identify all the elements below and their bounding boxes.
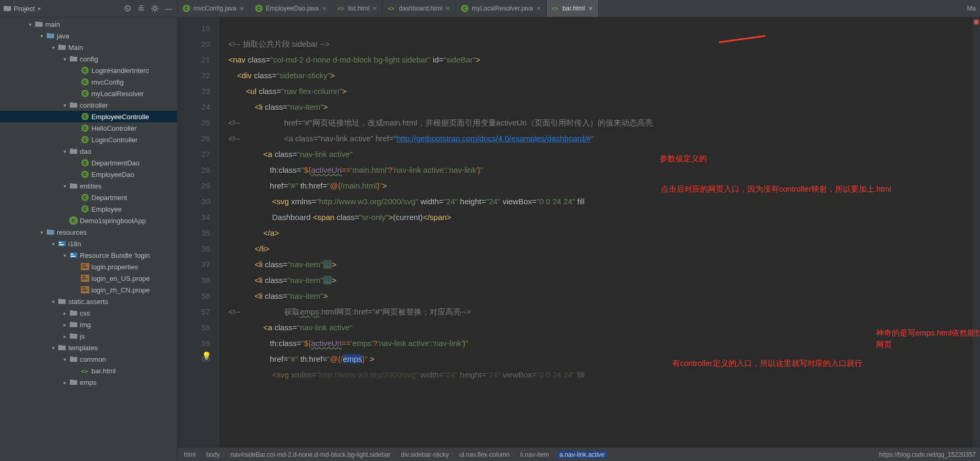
error-marker-icon[interactable] (974, 19, 979, 25)
tree-item[interactable]: ▾main (0, 18, 177, 30)
tree-item[interactable]: CEmployee (0, 203, 177, 215)
breadcrumb-item[interactable]: div.sidebar-sticky (399, 451, 451, 458)
tree-arrow-icon[interactable]: ▾ (27, 22, 33, 27)
hide-button[interactable]: — (163, 3, 174, 14)
tree-item[interactable]: CmvcConfig (0, 76, 177, 88)
tree-arrow-icon[interactable]: ▸ (62, 322, 67, 328)
close-icon[interactable]: ✕ (239, 5, 244, 12)
tree-item[interactable]: ▾entities (0, 180, 177, 192)
tree-item[interactable]: ▸css (0, 307, 177, 319)
tree-arrow-icon[interactable]: ▾ (50, 345, 56, 351)
tree-arrow-icon[interactable]: ▾ (62, 183, 67, 189)
breadcrumb-item[interactable]: body (204, 451, 222, 458)
tree-item[interactable]: CDepartment (0, 192, 177, 203)
tree-item[interactable]: <>bar.html (0, 365, 177, 376)
tree-arrow-icon[interactable]: ▾ (62, 102, 67, 108)
tree-item-label: bar.html (91, 367, 177, 375)
tree-item[interactable]: ▾Resource Bundle 'login (0, 249, 177, 261)
breadcrumb-item[interactable]: a.nav-link.active (557, 451, 607, 458)
svg-rect-5 (59, 244, 64, 245)
tree-item[interactable]: CEmployeeControlle (0, 111, 177, 122)
tree-item[interactable]: CHelloController (0, 122, 177, 134)
tree-item[interactable]: ▾java (0, 30, 177, 41)
tree-arrow-icon[interactable]: ▾ (62, 149, 67, 154)
tree-item[interactable]: ▾resources (0, 226, 177, 238)
close-icon[interactable]: ✕ (372, 5, 377, 12)
tree-item-label: EmployeeControlle (91, 113, 177, 121)
chevron-right-icon: 〉 (222, 450, 228, 459)
tabs-right-label: Ma (963, 0, 980, 17)
tree-arrow-icon[interactable]: ▾ (50, 299, 56, 305)
editor-tab[interactable]: CmvcConfig.java✕ (178, 0, 250, 17)
tab-label: EmployeeDao.java (266, 5, 319, 12)
tree-item[interactable]: ▾dao (0, 145, 177, 157)
svg-rect-8 (71, 256, 75, 257)
tree-item[interactable]: login_en_US.prope (0, 273, 177, 284)
tree-item[interactable]: login_zh_CN.prope (0, 284, 177, 296)
tree-item[interactable]: ▸js (0, 330, 177, 342)
tree-arrow-icon[interactable]: ▸ (62, 310, 67, 316)
tree-arrow-icon[interactable]: ▾ (50, 45, 56, 50)
error-stripe[interactable] (973, 17, 980, 447)
tree-item[interactable]: login.properties (0, 261, 177, 273)
footer-url: https://blog.csdn.net/qq_15220357 (879, 451, 976, 458)
intention-bulb-icon[interactable]: 💡 (202, 351, 212, 361)
tree-item-label: dao (80, 148, 177, 155)
tree-item[interactable]: ▾i18n (0, 238, 177, 249)
tree-arrow-icon[interactable]: ▸ (62, 333, 67, 339)
tree-item[interactable]: CLoginHandlerInterc (0, 65, 177, 76)
tree-arrow-icon[interactable]: ▾ (62, 253, 67, 258)
close-icon[interactable]: ✕ (536, 5, 541, 12)
tree-item[interactable]: ▾Main (0, 41, 177, 53)
settings-button[interactable] (150, 3, 160, 14)
tree-arrow-icon[interactable]: ▾ (39, 229, 44, 235)
tree-item[interactable]: ▾controller (0, 99, 177, 111)
tree-item[interactable]: ▸img (0, 319, 177, 330)
svg-text:<>: <> (388, 6, 394, 12)
close-icon[interactable]: ✕ (445, 5, 450, 12)
class-icon: C (183, 5, 190, 12)
tree-item[interactable]: CDemo1springbootApp (0, 215, 177, 226)
tree-arrow-icon[interactable]: ▾ (50, 241, 56, 247)
svg-text:<>: <> (552, 6, 558, 12)
tree-item[interactable]: CmyLocalResolver (0, 88, 177, 99)
close-icon[interactable]: ✕ (322, 5, 327, 12)
breadcrumb-item[interactable]: ul.nav.flex-column (457, 451, 512, 458)
code-content[interactable]: <!-- 抽取公共片段 sidebar --> <nav class="col-… (220, 17, 980, 447)
tree-item[interactable]: ▾config (0, 53, 177, 65)
editor-tab[interactable]: CEmployeeDao.java✕ (250, 0, 332, 17)
svg-point-1 (127, 8, 129, 9)
class-icon: C (461, 5, 468, 12)
editor-tab[interactable]: <>dashboard.html✕ (383, 0, 456, 17)
editor-tab[interactable]: <>bar.html✕ (547, 0, 599, 17)
breadcrumb-bar: html 〉body 〉nav#sideBar.col-md-2.d-none.… (178, 447, 980, 461)
html-icon: <> (81, 367, 89, 374)
tree-arrow-icon[interactable]: ▾ (62, 357, 67, 362)
breadcrumb-item[interactable]: li.nav-item (518, 451, 551, 458)
tree-arrow-icon[interactable]: ▸ (62, 380, 67, 385)
breadcrumb-item[interactable]: html (182, 451, 198, 458)
tree-arrow-icon[interactable]: ▾ (39, 33, 44, 39)
breadcrumb-item[interactable]: nav#sideBar.col-md-2.d-none.d-md-block.b… (228, 451, 393, 458)
expand-all-button[interactable] (136, 3, 147, 14)
project-panel-title[interactable]: Project ▾ (3, 4, 40, 13)
tree-item[interactable]: ▸emps (0, 376, 177, 388)
tree-item[interactable]: CLoginController (0, 134, 177, 145)
tree-item[interactable]: CDepartmentDao (0, 157, 177, 169)
tree-item-label: Resource Bundle 'login (80, 252, 177, 259)
code-editor[interactable]: 1920212223242526272829303435363738565758… (178, 17, 980, 447)
project-tree[interactable]: ▾main▾java▾Main▾configCLoginHandlerInter… (0, 17, 177, 461)
editor-tab[interactable]: CmyLocalResolver.java✕ (456, 0, 547, 17)
tree-item[interactable]: ▾templates (0, 342, 177, 353)
folder-icon (35, 20, 43, 28)
tree-arrow-icon[interactable]: ▾ (62, 56, 67, 62)
chevron-right-icon: 〉 (551, 450, 557, 459)
tree-item-label: Main (68, 44, 177, 51)
tree-item[interactable]: ▾common (0, 353, 177, 365)
locate-button[interactable] (122, 3, 133, 14)
tree-item[interactable]: ▾static.asserts (0, 296, 177, 307)
svg-text:<>: <> (338, 6, 344, 12)
editor-tab[interactable]: <>list.html✕ (332, 0, 383, 17)
close-icon[interactable]: ✕ (588, 5, 593, 12)
tree-item[interactable]: CEmployeeDao (0, 169, 177, 180)
